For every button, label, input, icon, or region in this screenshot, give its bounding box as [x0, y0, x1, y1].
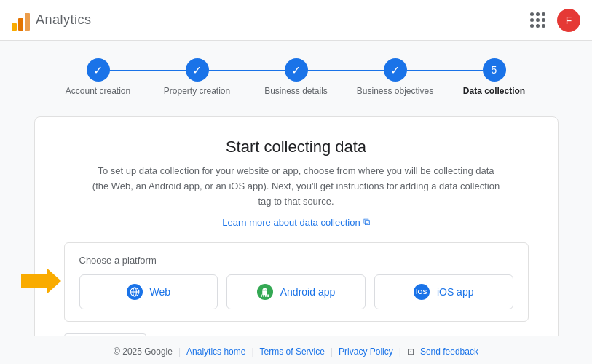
footer: © 2025 Google | Analytics home | Terms o…: [0, 336, 592, 364]
arrow-indicator: [21, 268, 61, 297]
main-content: ✓ Account creation ✓ Property creation ✓…: [0, 41, 592, 336]
analytics-home-link[interactable]: Analytics home: [186, 347, 245, 357]
step-4-check: ✓: [390, 63, 400, 77]
web-label: Web: [150, 286, 171, 298]
privacy-policy-link[interactable]: Privacy Policy: [339, 347, 393, 357]
step-data-collection: 5 Data collection: [445, 58, 544, 96]
platform-ios-button[interactable]: iOS iOS app: [374, 274, 513, 309]
user-avatar[interactable]: F: [557, 9, 580, 32]
svg-marker-0: [21, 268, 61, 294]
learn-more-text: Learn more about data collection: [222, 217, 360, 228]
step-1-check: ✓: [93, 63, 103, 77]
step-4-label: Business objectives: [357, 86, 433, 96]
step-4-circle: ✓: [384, 58, 407, 82]
android-icon: [257, 284, 273, 300]
step-5-circle: 5: [483, 58, 506, 82]
apps-grid-icon[interactable]: [530, 12, 545, 28]
step-business-objectives: ✓ Business objectives: [346, 58, 445, 96]
card-description: To set up data collection for your websi…: [92, 164, 500, 209]
step-5-label: Data collection: [463, 86, 525, 96]
logo-bar-2: [18, 18, 23, 31]
main-card: Start collecting data To set up data col…: [34, 116, 559, 336]
step-property-creation: ✓ Property creation: [148, 58, 247, 96]
app-title: Analytics: [36, 12, 92, 28]
platform-web-button[interactable]: Web: [79, 274, 218, 309]
step-3-label: Business details: [264, 86, 328, 96]
platform-chooser: Choose a platform Web: [64, 242, 529, 322]
step-account-creation: ✓ Account creation: [49, 58, 148, 96]
copyright: © 2025 Google: [114, 347, 173, 357]
step-5-number: 5: [492, 64, 497, 76]
card-title: Start collecting data: [226, 138, 366, 157]
logo-bar-1: [12, 23, 17, 31]
learn-more-link[interactable]: Learn more about data collection ⧉: [222, 216, 369, 228]
platform-options: Web Android app iOS iOS app: [79, 274, 513, 309]
header-right: F: [530, 9, 580, 32]
platform-label: Choose a platform: [79, 255, 513, 266]
step-1-label: Account creation: [66, 86, 130, 96]
ios-label: iOS app: [437, 286, 474, 298]
send-feedback-link[interactable]: Send feedback: [420, 347, 478, 357]
step-1-circle: ✓: [87, 58, 110, 82]
feedback-icon: ⊡: [407, 347, 414, 357]
external-link-icon: ⧉: [363, 216, 370, 228]
step-business-details: ✓ Business details: [247, 58, 346, 96]
stepper: ✓ Account creation ✓ Property creation ✓…: [49, 58, 544, 96]
header: Analytics F: [0, 0, 592, 41]
step-2-label: Property creation: [164, 86, 230, 96]
web-globe-icon: [127, 284, 143, 300]
analytics-logo: [12, 10, 30, 31]
logo-bar-3: [25, 13, 30, 31]
arrow-svg: [21, 268, 61, 294]
ios-icon: iOS: [414, 284, 430, 300]
terms-of-service-link[interactable]: Terms of Service: [260, 347, 325, 357]
platform-android-button[interactable]: Android app: [226, 274, 366, 309]
android-label: Android app: [280, 286, 336, 298]
step-3-check: ✓: [291, 63, 301, 77]
header-left: Analytics: [12, 10, 92, 31]
step-3-circle: ✓: [285, 58, 308, 82]
step-2-check: ✓: [192, 63, 202, 77]
step-2-circle: ✓: [186, 58, 209, 82]
